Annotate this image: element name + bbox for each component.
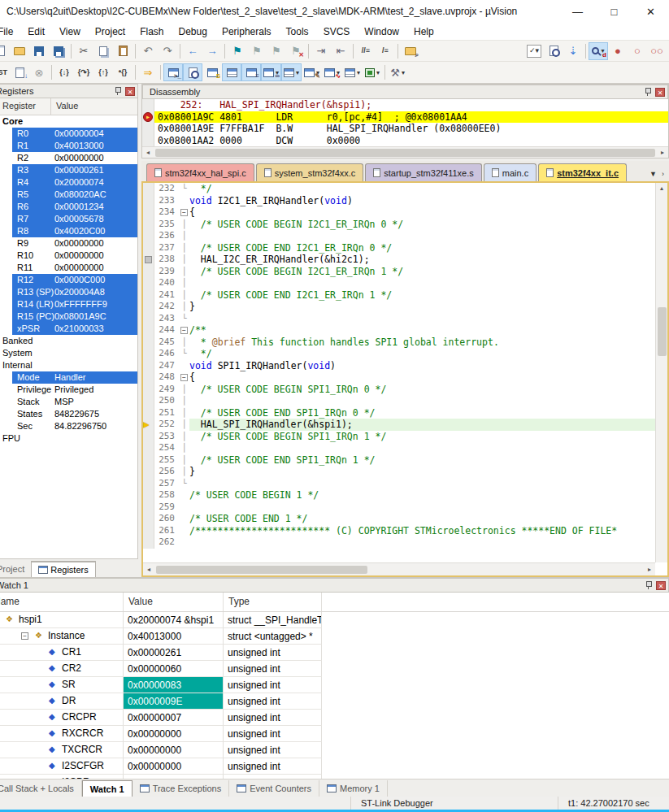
toggle-breakpoint-button[interactable]: ○ [628,42,647,60]
fold-column[interactable]: │ [179,219,189,231]
clear-bookmarks-button[interactable]: ⚑✕ [286,42,306,60]
analysis-window-button[interactable]: ∿▾ [322,63,342,81]
code-line[interactable]: 240│ [143,277,655,289]
bottom-tab-trace-exceptions[interactable]: Trace Exceptions [132,780,230,797]
navigate-forward-button[interactable]: → [202,42,222,60]
fold-column[interactable]: │ [179,242,189,254]
code-line[interactable]: 255│ /* USER CODE END SPI1_IRQn 1 */ [143,454,655,467]
disassembly-margin[interactable] [142,123,154,135]
code-margin[interactable] [143,324,154,337]
code-line[interactable]: 243└ [143,313,655,325]
paste-button[interactable] [113,42,132,60]
fold-column[interactable] [179,502,189,514]
undo-button[interactable]: ↶ [138,42,158,60]
watch-row[interactable]: ◆SR0x00000083unsigned int [0,677,669,693]
code-line[interactable]: 262 [143,536,655,549]
fold-column[interactable] [179,525,189,537]
system-viewer-button[interactable]: ▾ [363,63,382,81]
memory-window-button[interactable]: ▾ [281,63,302,81]
dock-tab-project[interactable]: Project [0,561,31,577]
register-row[interactable]: StackMSP [0,396,137,408]
fold-column[interactable]: │ [179,466,189,478]
close-panel-icon[interactable]: ✕ [655,88,665,97]
disassembly-window-button[interactable] [183,63,202,81]
register-row[interactable]: R120x0000C000 [0,274,137,286]
watch-row[interactable]: ◆CR20x00000060unsigned int [0,661,669,677]
code-margin[interactable] [143,219,154,231]
disassembly-line[interactable]: 0x08001A9E F7FFBA1F B.W HAL_SPI_IRQHandl… [142,123,668,135]
register-row[interactable]: R20x00000000 [0,152,137,164]
menu-tools[interactable]: Tools [279,24,316,39]
register-row[interactable]: +System [0,347,137,359]
fold-column[interactable]: │ [179,419,189,431]
dropdown-icon[interactable]: ▾ [376,69,380,76]
run-button[interactable]: ↓ [10,63,29,81]
watch-row[interactable]: ◆CR10x00000261unsigned int [0,645,669,661]
code-margin[interactable] [143,242,154,254]
prev-bookmark-button[interactable]: ⚑ [247,42,267,60]
scrollbar-thumb[interactable] [155,149,655,157]
watch-window-button[interactable]: ∞▾ [261,63,281,81]
register-row[interactable]: R15 (PC)0x08001A9C [0,310,137,323]
register-row[interactable]: R100x00000000 [0,250,137,262]
insert-breakpoint-button[interactable]: ● [608,42,628,60]
minimize-button[interactable]: — [559,0,596,23]
code-line[interactable]: 256│} [143,466,655,478]
code-margin[interactable] [143,466,154,478]
fold-column[interactable]: │ [179,266,189,278]
code-line[interactable]: 261/************************ (C) COPYRIG… [143,525,655,537]
tab-system-stm32f4xx-c[interactable]: system_stm32f4xx.c [256,163,364,181]
bottom-tab-call-stack-locals[interactable]: Call Stack + Locals [0,780,82,797]
registers-window-button[interactable] [222,63,241,81]
scroll-left-icon[interactable]: ◂ [143,564,154,575]
code-margin[interactable] [143,502,154,514]
code-line[interactable]: 236│ [143,230,655,242]
run-to-cursor-button[interactable]: *{} [113,63,132,81]
code-margin[interactable] [143,442,154,454]
menu-peripherals[interactable]: Peripherals [215,24,279,39]
scroll-right-icon[interactable]: ▸ [644,564,655,575]
dropdown-icon[interactable]: ▾ [402,69,405,76]
fold-column[interactable]: │ [179,384,189,396]
fold-column[interactable]: │ [179,407,189,419]
register-row[interactable]: R14 (LR)0xFFFFFFF9 [0,298,137,310]
serial-window-button[interactable]: ✎▾ [302,63,322,81]
scrollbar-thumb[interactable] [658,307,667,356]
code-line[interactable]: 241│ /* USER CODE END I2C1_ER_IRQn 1 */ [143,289,655,302]
step-button[interactable]: {↓} [54,63,74,81]
code-line[interactable]: 249│ /* USER CODE BEGIN SPI1_IRQn 0 */ [143,384,655,396]
watch-row[interactable]: ❖hspi10x20000074 &hspi1struct __SPI_Hand… [0,612,669,628]
open-file-button[interactable] [10,42,29,60]
register-row[interactable]: R90x00000000 [0,237,137,250]
fold-column[interactable]: │ [179,395,189,407]
fold-collapse-icon[interactable]: − [180,209,188,216]
code-margin[interactable] [143,206,154,219]
menu-debug[interactable]: Debug [172,24,215,39]
find-in-files-button[interactable]: ⌕ [401,42,420,60]
menu-svcs[interactable]: SVCS [316,24,358,39]
disassembly-margin[interactable] [142,111,154,124]
register-row[interactable]: States848229675 [0,408,137,420]
indent-button[interactable]: ⇥ [311,42,331,60]
copy-button[interactable] [93,42,113,60]
fold-column[interactable] [179,489,189,502]
editor-vscrollbar[interactable]: ▴ [655,183,667,562]
scroll-right-icon[interactable]: ▸ [657,147,668,158]
editor-hscrollbar[interactable]: ◂ ▸ [143,562,655,575]
code-line[interactable]: 253│ /* USER CODE BEGIN SPI1_IRQn 1 */ [143,431,655,443]
code-margin[interactable] [143,337,154,349]
code-line[interactable]: 242│} [143,301,655,313]
fold-column[interactable] [179,195,189,207]
next-bookmark-button[interactable]: ⚑ [267,42,286,60]
scroll-up-icon[interactable]: ▴ [656,183,667,193]
register-row[interactable]: R40x20000074 [0,176,137,189]
scrollbar-thumb[interactable] [156,566,367,574]
disassembly-line[interactable]: 0x08001A9C 4801 LDR r0,[pc,#4] ; @0x0800… [142,111,668,124]
tab-list-icon[interactable]: ▼ [649,170,657,178]
watch-row[interactable]: ◆CRCPR0x00000007unsigned int [0,710,669,726]
insert-bookmark-button[interactable]: ⚑ [228,42,247,60]
code-margin[interactable] [143,454,154,467]
show-current-statement-button[interactable]: ⇒ [138,63,158,81]
code-margin[interactable] [143,478,154,490]
disassembly-margin[interactable] [142,99,154,111]
